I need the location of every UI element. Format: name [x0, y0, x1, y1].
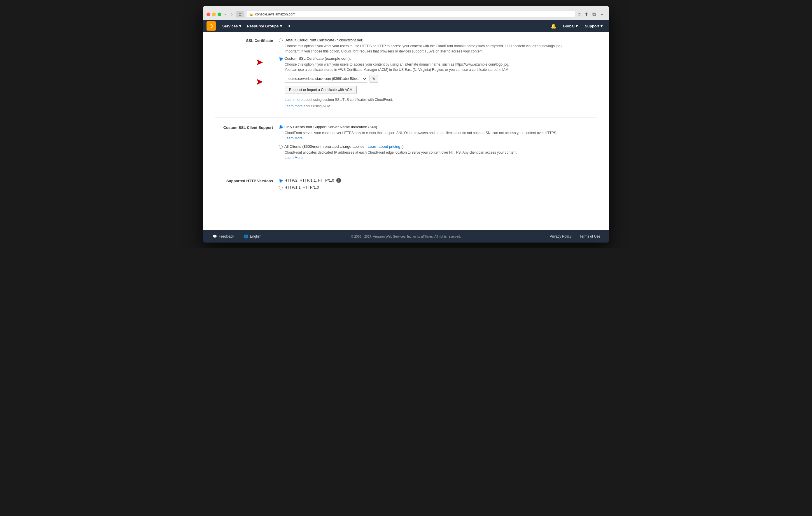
services-nav[interactable]: Services ▾ — [219, 20, 244, 32]
address-bar[interactable]: 🔒 console.aws.amazon.com — [246, 11, 575, 18]
cert-dropdown-row: demo.serverless-stack.com (93691abe-f8be… — [285, 74, 597, 83]
ssl-certificate-content: Default CloudFront Certificate (*.cloudf… — [279, 38, 597, 109]
custom-cert-option: Custom SSL Certificate (example.com): — [279, 56, 597, 61]
url-text: console.aws.amazon.com — [255, 12, 295, 16]
footer-left: 💬 Feedback 🌐 English — [208, 230, 266, 243]
all-clients-radio[interactable] — [279, 145, 283, 149]
lock-icon: 🔒 — [250, 12, 254, 16]
default-cert-label[interactable]: Default CloudFront Certificate (*.cloudf… — [284, 38, 364, 42]
services-chevron: ▾ — [239, 24, 241, 28]
pin-icon[interactable]: ✦ — [285, 23, 293, 29]
custom-cert-label[interactable]: Custom SSL Certificate (example.com): — [284, 56, 351, 61]
all-clients-desc: CloudFront allocates dedicated IP addres… — [285, 150, 597, 160]
learn-more-acm-link[interactable]: Learn more — [285, 104, 302, 108]
custom-ssl-client-label: Custom SSL Client Support — [215, 125, 279, 163]
privacy-policy-link[interactable]: Privacy Policy — [546, 230, 576, 243]
learn-more-ssl-link[interactable]: Learn more — [285, 98, 302, 102]
new-tab-button[interactable]: ＋ — [599, 11, 606, 18]
resize-button[interactable]: ⧉ — [591, 11, 597, 18]
feedback-button[interactable]: 💬 Feedback — [208, 230, 239, 243]
copyright-text: © 2008 - 2017, Amazon Web Services, Inc.… — [266, 235, 546, 238]
http2-radio[interactable] — [279, 179, 283, 182]
request-cert-button[interactable]: Request or Import a Certificate with ACM — [285, 86, 357, 94]
language-selector[interactable]: 🌐 English — [239, 230, 266, 243]
share-button[interactable]: ⬆ — [583, 11, 589, 18]
cert-select[interactable]: demo.serverless-stack.com (93691abe-f8be… — [285, 74, 367, 83]
custom-cert-radio[interactable] — [279, 57, 283, 61]
custom-cert-desc: Choose this option if you want your user… — [285, 62, 597, 72]
ssl-certificate-label: SSL Certificate — [215, 38, 279, 109]
traffic-light-yellow[interactable] — [212, 12, 216, 16]
traffic-light-red[interactable] — [206, 12, 210, 16]
support-chevron: ▾ — [601, 24, 603, 28]
http2-option: HTTP/2, HTTP/1.1, HTTP/1.0 i — [279, 178, 597, 183]
learn-more-ssl-text: Learn more about using custom SSL/TLS ce… — [285, 97, 597, 109]
sni-label[interactable]: Only Clients that Support Server Name In… — [284, 125, 377, 129]
http2-label[interactable]: HTTP/2, HTTP/1.1, HTTP/1.0 — [284, 178, 334, 182]
http-versions-label: Supported HTTP Versions — [215, 178, 279, 191]
all-clients-learn-more-link[interactable]: Learn More — [285, 156, 302, 160]
traffic-light-green[interactable] — [218, 12, 221, 16]
custom-ssl-client-row: Custom SSL Client Support Only Clients t… — [215, 125, 597, 163]
resource-groups-nav[interactable]: Resource Groups ▾ — [244, 20, 285, 32]
arrow-2: ➤ — [256, 77, 263, 86]
global-nav[interactable]: Global ▾ — [560, 24, 581, 28]
http11-option: HTTP/1.1, HTTP/1.0 — [279, 185, 597, 189]
arrow-1: ➤ — [256, 57, 263, 67]
http-versions-row: Supported HTTP Versions HTTP/2, HTTP/1.1… — [215, 178, 597, 191]
global-chevron: ▾ — [576, 24, 578, 28]
footer: 💬 Feedback 🌐 English © 2008 - 2017, Amaz… — [203, 230, 609, 243]
http-versions-content: HTTP/2, HTTP/1.1, HTTP/1.0 i HTTP/1.1, H… — [279, 178, 597, 191]
http2-info-icon[interactable]: i — [336, 178, 341, 183]
aws-logo[interactable]: ⬡ — [206, 21, 216, 31]
back-button[interactable]: ‹ — [224, 11, 228, 18]
refresh-cert-button[interactable]: ↻ — [370, 75, 378, 83]
default-cert-desc: Choose this option if you want your user… — [285, 43, 597, 54]
tab-button[interactable]: ⊡ — [236, 11, 244, 18]
resource-groups-chevron: ▾ — [280, 24, 282, 28]
terms-of-use-link[interactable]: Terms of Use — [576, 230, 604, 243]
http11-radio[interactable] — [279, 186, 283, 189]
footer-right: Privacy Policy Terms of Use — [546, 230, 604, 243]
feedback-icon: 💬 — [213, 234, 217, 239]
support-nav[interactable]: Support ▾ — [582, 24, 606, 28]
http11-label[interactable]: HTTP/1.1, HTTP/1.0 — [284, 185, 319, 189]
custom-ssl-client-content: Only Clients that Support Server Name In… — [279, 125, 597, 163]
bell-icon[interactable]: 🔔 — [548, 23, 559, 29]
reload-button[interactable]: ↺ — [578, 12, 581, 17]
section-divider-2 — [215, 171, 597, 171]
default-cert-option: Default CloudFront Certificate (*.cloudf… — [279, 38, 597, 42]
all-clients-option: All Clients ($600/month prorated charge … — [279, 144, 597, 149]
sni-learn-more-link[interactable]: Learn More — [285, 136, 302, 140]
globe-icon: 🌐 — [244, 234, 248, 239]
sni-radio[interactable] — [279, 125, 283, 129]
aws-navbar: ⬡ Services ▾ Resource Groups ▾ ✦ 🔔 Globa… — [203, 20, 609, 32]
default-cert-radio[interactable] — [279, 38, 283, 42]
all-clients-label[interactable]: All Clients ($600/month prorated charge … — [284, 144, 404, 149]
forward-button[interactable]: › — [230, 11, 234, 18]
pricing-link[interactable]: Learn about pricing — [368, 144, 400, 149]
sni-option: Only Clients that Support Server Name In… — [279, 125, 597, 129]
sni-desc: CloudFront serves your content over HTTP… — [285, 130, 597, 141]
ssl-certificate-row: SSL Certificate Default CloudFront Certi… — [215, 38, 597, 109]
